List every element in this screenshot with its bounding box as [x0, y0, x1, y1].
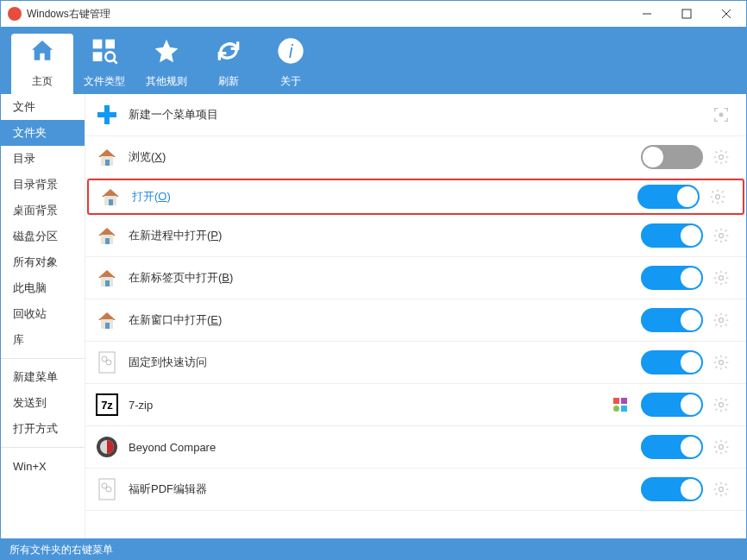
toggle-switch[interactable]	[641, 477, 703, 501]
toggle-switch[interactable]	[641, 393, 703, 417]
sidebar-item[interactable]: 此电脑	[1, 275, 85, 301]
svg-point-7	[105, 52, 115, 61]
content: 新建一个菜单项目 浏览(X) 打开(O) 在新进程中打开(P) 在新标签页中打开…	[85, 94, 746, 538]
svg-marker-28	[98, 312, 116, 320]
svg-marker-24	[98, 270, 116, 278]
toolbar: 主页 文件类型其他规则刷新i关于	[1, 27, 746, 94]
menu-row[interactable]: 7z7-zip	[85, 384, 746, 426]
toggle-switch[interactable]	[637, 185, 700, 209]
settings-button[interactable]	[712, 437, 731, 456]
refresh-icon	[215, 37, 242, 67]
menu-row[interactable]: 在新进程中打开(P)	[85, 215, 746, 257]
page-icon	[94, 349, 120, 375]
svg-rect-22	[105, 238, 110, 244]
settings-button[interactable]	[708, 187, 727, 206]
toolbar-filetype[interactable]: 文件类型	[73, 34, 135, 94]
row-label: 在新窗口中打开(E)	[129, 312, 641, 328]
close-button[interactable]	[706, 1, 746, 27]
sidebar-divider	[1, 447, 85, 448]
svg-marker-12	[98, 149, 116, 157]
row-label: 福昕PDF编辑器	[129, 481, 641, 497]
maximize-button[interactable]	[667, 1, 706, 27]
sidebar-item[interactable]: 文件	[1, 94, 85, 120]
menu-row[interactable]: 福昕PDF编辑器	[85, 469, 746, 511]
svg-rect-42	[99, 479, 115, 500]
sidebar-item[interactable]: 文件夹	[1, 120, 85, 146]
toolbar-label: 主页	[32, 74, 53, 89]
svg-point-19	[716, 195, 720, 199]
svg-point-11	[719, 113, 723, 116]
menu-row[interactable]: 在新标签页中打开(B)	[85, 257, 746, 299]
sidebar-item[interactable]: 目录背景	[1, 172, 85, 198]
target-button[interactable]	[712, 105, 731, 124]
row-label: 在新进程中打开(P)	[129, 228, 641, 243]
home-icon	[28, 37, 56, 67]
settings-button[interactable]	[712, 226, 731, 245]
sidebar-item[interactable]: 打开方式	[1, 416, 85, 442]
svg-point-23	[719, 234, 724, 238]
toggle-switch[interactable]	[641, 350, 703, 374]
titlebar: Windows右键管理	[1, 1, 746, 27]
plus-icon	[94, 102, 120, 128]
toggle-switch[interactable]	[641, 266, 703, 290]
menu-row[interactable]: 打开(O)	[87, 179, 744, 215]
window-title: Windows右键管理	[27, 7, 110, 22]
sidebar-item[interactable]: 发送到	[1, 390, 85, 416]
toolbar-home[interactable]: 主页	[11, 34, 73, 94]
sidebar-item[interactable]: 新建菜单	[1, 364, 85, 390]
svg-point-45	[719, 488, 724, 492]
svg-point-41	[719, 445, 724, 450]
svg-point-27	[719, 276, 724, 280]
svg-point-38	[719, 403, 724, 407]
row-label: 浏览(X)	[129, 149, 641, 165]
settings-button[interactable]	[712, 395, 731, 414]
toolbar-about[interactable]: i关于	[260, 34, 322, 94]
toggle-switch[interactable]	[641, 308, 703, 332]
svg-rect-14	[105, 160, 110, 166]
svg-rect-5	[105, 40, 115, 49]
sidebar-item[interactable]: 桌面背景	[1, 198, 85, 223]
svg-rect-30	[105, 323, 110, 329]
sidebar-item[interactable]: Win+X	[1, 453, 85, 479]
sidebar-item[interactable]: 磁盘分区	[1, 223, 85, 249]
settings-button[interactable]	[712, 148, 731, 167]
svg-rect-18	[109, 199, 113, 205]
toolbar-label: 刷新	[218, 74, 239, 89]
svg-rect-1	[682, 9, 691, 18]
settings-button[interactable]	[712, 268, 731, 287]
toolbar-refresh[interactable]: 刷新	[198, 34, 260, 94]
status-text: 所有文件夹的右键菜单	[9, 543, 113, 557]
statusbar: 所有文件夹的右键菜单	[1, 538, 746, 560]
sidebar-item[interactable]: 回收站	[1, 301, 85, 327]
toggle-switch[interactable]	[641, 223, 703, 248]
7z-icon: 7z	[94, 392, 120, 418]
menu-row[interactable]: 浏览(X)	[85, 136, 746, 179]
rules-icon	[153, 37, 180, 67]
menu-row[interactable]: 固定到快速访问	[85, 342, 746, 384]
toggle-switch[interactable]	[641, 145, 703, 169]
sidebar-item[interactable]: 所有对象	[1, 249, 85, 275]
house-icon	[94, 223, 120, 249]
settings-button[interactable]	[712, 480, 731, 499]
svg-rect-6	[93, 52, 103, 61]
toggle-switch[interactable]	[641, 435, 703, 459]
menu-row[interactable]: Beyond Compare	[85, 426, 746, 469]
svg-marker-20	[98, 228, 116, 236]
house-icon	[94, 265, 120, 291]
page-icon	[94, 476, 120, 502]
menu-row[interactable]: 在新窗口中打开(E)	[85, 299, 746, 342]
row-label: Beyond Compare	[129, 441, 641, 454]
toolbar-rules[interactable]: 其他规则	[135, 34, 198, 94]
minimize-button[interactable]	[627, 1, 667, 27]
settings-button[interactable]	[712, 311, 731, 330]
bc-icon	[94, 434, 120, 460]
svg-rect-4	[93, 40, 103, 49]
sidebar-item[interactable]: 目录	[1, 146, 85, 172]
row-label: 新建一个菜单项目	[129, 107, 641, 123]
settings-button[interactable]	[712, 353, 731, 372]
menu-row[interactable]: 新建一个菜单项目	[85, 94, 746, 136]
svg-marker-16	[102, 189, 119, 197]
svg-rect-32	[99, 352, 115, 373]
house-icon	[94, 307, 120, 333]
sidebar-item[interactable]: 库	[1, 327, 85, 353]
